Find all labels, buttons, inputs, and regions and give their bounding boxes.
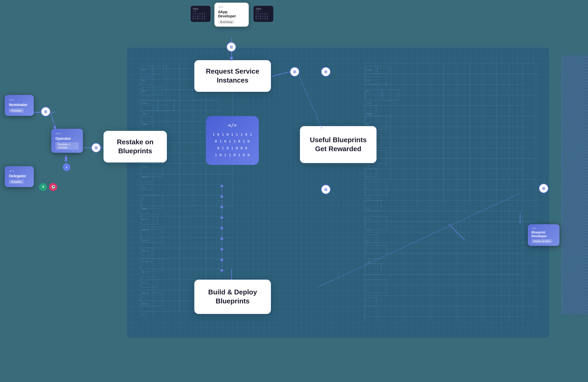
dapp-developer-tag: </> bbox=[218, 5, 245, 9]
dot-4 bbox=[220, 216, 223, 219]
svg-rect-106 bbox=[366, 298, 376, 306]
svg-rect-75 bbox=[141, 100, 157, 111]
svg-text:LW/ 1: LW/ 1 bbox=[142, 292, 148, 295]
svg-text:LE: LE bbox=[142, 197, 145, 200]
dapp-developer-badge: Bootstrap bbox=[218, 20, 235, 24]
svg-text:LE: LE bbox=[366, 197, 369, 200]
svg-text:LAW: LAW bbox=[142, 113, 146, 115]
dot-1 bbox=[220, 185, 223, 187]
dot-3 bbox=[220, 206, 223, 208]
svg-text:EW1: EW1 bbox=[142, 69, 146, 71]
svg-text:GHW 1: GHW 1 bbox=[142, 303, 148, 305]
svg-rect-90 bbox=[378, 66, 388, 74]
delegator-title: Delegator bbox=[9, 174, 30, 178]
svg-text:OD: OD bbox=[366, 90, 369, 93]
operator-node: </> Operator Restake + Validate bbox=[51, 129, 83, 153]
svg-text:G 1: G 1 bbox=[142, 313, 146, 316]
svg-text:1D5: 1D5 bbox=[366, 80, 370, 82]
dot-7 bbox=[220, 248, 223, 251]
svg-text:GNLE.E: GNLE.E bbox=[142, 250, 150, 252]
svg-text:LAL: LAL bbox=[366, 261, 370, 263]
svg-rect-77 bbox=[141, 116, 152, 124]
blueprint-dev-badge: Deploy & Earn bbox=[531, 239, 552, 243]
dot-6 bbox=[220, 237, 223, 240]
build-deploy-box: Build & Deploy Blueprints bbox=[194, 280, 271, 314]
svg-text:19 WE 50: 19 WE 50 bbox=[142, 261, 152, 263]
delegator-badge: Restake bbox=[9, 180, 24, 184]
svg-text:GMK.E: GMK.E bbox=[142, 229, 148, 231]
blueprint-dev-title: Blueprint Developer bbox=[531, 231, 556, 238]
svg-text:1H: 1H bbox=[366, 229, 369, 231]
svg-text:EW1: EW1 bbox=[142, 80, 146, 82]
bottom-right-connector-icon: ⊞ bbox=[539, 184, 548, 193]
right-panel bbox=[562, 55, 588, 314]
binary-card: </> 1 0 1 0 1 1 1 0 1 0 1 0 1 1 0 1 0 0 … bbox=[206, 116, 259, 165]
request-service-box: Request Service Instances bbox=[194, 60, 271, 92]
svg-text:GWM5: GWM5 bbox=[142, 208, 147, 210]
svg-text:9H85: 9H85 bbox=[142, 176, 147, 179]
operator-connector-icon: ⊞ bbox=[91, 143, 101, 152]
binary-text: 1 0 1 0 1 1 1 0 1 0 1 0 1 1 0 1 0 0 1 0 … bbox=[212, 131, 252, 159]
svg-text:QWT.E: QWT.E bbox=[142, 218, 148, 221]
operator-tag: </> bbox=[55, 132, 79, 135]
delegator-node: </> Delegator Restake bbox=[5, 166, 34, 187]
blueprint-dev-tag: </> bbox=[531, 227, 556, 230]
svg-text:5185: 5185 bbox=[142, 166, 147, 168]
svg-text:LAW: LAW bbox=[142, 123, 146, 126]
dapp-left-node: dApp </> 1 0 1 1 0 1 0 1 0 1 1 0 0 1 0 1… bbox=[191, 6, 210, 22]
svg-rect-105 bbox=[366, 280, 387, 293]
top-right-connector-icon: ⊞ bbox=[290, 67, 299, 77]
tether-icon: ₮ bbox=[39, 183, 47, 191]
blueprint-developer-node: </> Blueprint Developer Deploy & Earn bbox=[528, 224, 559, 246]
svg-rect-103 bbox=[366, 245, 387, 259]
useful-blueprints-title: Useful Blueprints Get Rewarded bbox=[308, 136, 368, 154]
dot-2 bbox=[220, 195, 223, 198]
dapp-developer-title: dApp Developer bbox=[218, 10, 245, 18]
nominator-connector-icon: ⊞ bbox=[41, 107, 50, 116]
svg-text:E: E bbox=[366, 250, 368, 252]
sport-token-icon: ⚽ bbox=[49, 183, 57, 191]
svg-rect-99 bbox=[366, 182, 387, 195]
svg-text:Z13: Z13 bbox=[366, 208, 370, 210]
svg-rect-98 bbox=[366, 169, 376, 177]
svg-rect-161 bbox=[562, 55, 588, 314]
svg-text:LV: LV bbox=[366, 240, 369, 242]
restake-blueprints-title: Restake on Blueprints bbox=[112, 138, 158, 156]
svg-text:EW1: EW1 bbox=[142, 90, 146, 93]
request-service-title: Request Service Instances bbox=[203, 67, 262, 85]
ethereum-icon: ♦ bbox=[63, 164, 70, 171]
svg-text:14/ 1: 14/ 1 bbox=[142, 282, 148, 284]
operator-badge: Restake + Validate bbox=[55, 142, 79, 150]
svg-rect-104 bbox=[366, 264, 382, 274]
svg-text:GMLE.E: GMLE.E bbox=[142, 240, 150, 242]
right-connector-icon-1: ⊞ bbox=[321, 67, 331, 77]
nominator-title: Nominator bbox=[9, 103, 30, 107]
useful-blueprints-box: Useful Blueprints Get Rewarded bbox=[300, 126, 377, 163]
dapp-developer-main-node: </> dApp Developer Bootstrap bbox=[214, 3, 249, 27]
dot-5 bbox=[220, 227, 223, 230]
svg-text:LV: LV bbox=[366, 166, 369, 168]
build-deploy-title: Build & Deploy Blueprints bbox=[203, 288, 262, 306]
dot-9 bbox=[220, 269, 223, 272]
svg-text:F: F bbox=[366, 187, 368, 189]
svg-text:SE 1: SE 1 bbox=[142, 271, 147, 274]
nominator-node: </> Nominator Restake bbox=[5, 95, 34, 116]
svg-rect-94 bbox=[366, 106, 376, 113]
right-connector-icon-2: ⊞ bbox=[321, 185, 331, 194]
svg-line-165 bbox=[51, 112, 55, 129]
operator-title: Operator bbox=[55, 136, 79, 141]
svg-rect-72 bbox=[153, 66, 164, 74]
delegator-tag: </> bbox=[9, 169, 30, 173]
restake-blueprints-box: Restake on Blueprints bbox=[104, 131, 167, 163]
nominator-badge: Restake bbox=[9, 108, 24, 113]
dapp-connector-icon: ⊞ bbox=[227, 42, 236, 52]
nominator-tag: </> bbox=[9, 98, 30, 102]
binary-tag: </> bbox=[212, 122, 252, 128]
dapp-right-node: dApp </> 1 0 1 1 0 1 0 1 0 1 1 0 0 1 0 1… bbox=[253, 6, 273, 22]
svg-text:Z1B5: Z1B5 bbox=[366, 69, 371, 71]
dot-8 bbox=[220, 259, 223, 261]
svg-text:E21: E21 bbox=[142, 187, 146, 189]
svg-text:1A91: 1A91 bbox=[142, 102, 147, 105]
svg-text:ME: ME bbox=[366, 123, 369, 126]
svg-text:5145: 5145 bbox=[366, 102, 371, 105]
